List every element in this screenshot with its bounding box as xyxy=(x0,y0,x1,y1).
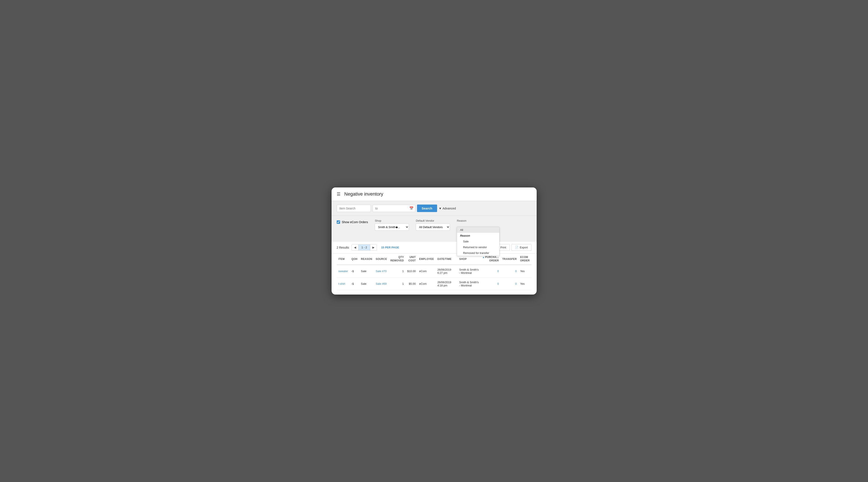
cell-unit-cost: $10.00 xyxy=(405,265,417,278)
col-qty-removed: QTYREMOVED xyxy=(389,253,406,265)
reason-option-returned[interactable]: Returned to vendor xyxy=(457,244,499,250)
cell-ecom-order: Yes xyxy=(519,265,531,278)
vendor-filter-group: Default Vendor All Default Vendors xyxy=(416,219,450,231)
inventory-table: ITEM QOH REASON SOURCE QTYREMOVED UNITCO… xyxy=(337,253,531,290)
prev-page-button[interactable]: ◀ xyxy=(352,244,359,250)
reason-label: Reason xyxy=(457,219,466,222)
pagination: ◀ 1 - 2 ▶ xyxy=(352,244,377,250)
results-count: 2 Results xyxy=(337,246,349,249)
cell-employee: eCom xyxy=(417,265,436,278)
reason-option-sale[interactable]: Sale xyxy=(457,239,499,244)
col-employee: EMPLOYEE xyxy=(417,253,436,265)
filters-bar: Show eCom Orders Shop Smith & Smith◆... … xyxy=(332,216,537,242)
advanced-label: Advanced xyxy=(442,207,456,210)
chevron-down-icon: ▼ xyxy=(439,207,442,210)
col-datetime: DATE/TIME xyxy=(436,253,457,265)
cell-shop: Smith & Smith's - Montreal xyxy=(458,265,481,278)
export-button[interactable]: 📄 Export xyxy=(512,244,531,251)
cell-datetime: 26/06/2019 6:27 pm xyxy=(436,265,457,278)
cell-qoh: -1 xyxy=(350,277,359,290)
cell-purchase-order: 0 xyxy=(481,277,500,290)
table-row: t-shirt -1 Sale Sale #69 1 $5.00 eCom 26… xyxy=(337,277,531,290)
search-button[interactable]: Search xyxy=(417,205,437,212)
item-search-input[interactable] xyxy=(337,205,371,212)
shop-label: Shop xyxy=(375,219,409,222)
date-wrapper: 📅 xyxy=(373,205,415,212)
col-qoh: QOH xyxy=(350,253,359,265)
cell-reason: Sale xyxy=(359,277,374,290)
cell-transfer: 0 xyxy=(500,265,519,278)
cell-reason: Sale xyxy=(359,265,374,278)
cell-shop: Smith & Smith's - Montreal xyxy=(458,277,481,290)
per-page-label: 15 PER PAGE xyxy=(381,246,399,249)
export-icon: 📄 xyxy=(515,246,519,249)
print-label: Print xyxy=(500,246,506,249)
shop-filter-group: Shop Smith & Smith◆... xyxy=(375,219,409,231)
cell-qoh: -1 xyxy=(350,265,359,278)
col-transfer: TRANSFER xyxy=(500,253,519,265)
reason-option-removed[interactable]: Removed for transfer xyxy=(457,250,499,256)
cell-datetime: 26/06/2019 4:18 pm xyxy=(436,277,457,290)
cell-employee: eCom xyxy=(417,277,436,290)
cell-item[interactable]: t-shirt xyxy=(337,277,350,290)
cell-transfer: 0 xyxy=(500,277,519,290)
reason-option-all[interactable]: All xyxy=(457,227,499,233)
main-window: ☰ Negative inventory 📅 Search ▼ Advanced… xyxy=(332,187,537,294)
show-ecom-checkbox[interactable] xyxy=(337,220,340,224)
col-reason: REASON xyxy=(359,253,374,265)
vendor-select[interactable]: All Default Vendors xyxy=(416,223,450,231)
search-toolbar: 📅 Search ▼ Advanced xyxy=(332,201,537,216)
cell-qty-removed: 1 xyxy=(389,277,406,290)
advanced-button[interactable]: ▼ Advanced xyxy=(439,207,456,210)
export-label: Export xyxy=(520,246,528,249)
shop-select[interactable]: Smith & Smith◆... xyxy=(375,223,409,231)
cell-purchase-order: 0 xyxy=(481,265,500,278)
page-title: Negative inventory xyxy=(344,191,383,197)
cell-source[interactable]: Sale #69 xyxy=(374,277,389,290)
table-section: ITEM QOH REASON SOURCE QTYREMOVED UNITCO… xyxy=(332,253,537,294)
col-item: ITEM xyxy=(337,253,350,265)
title-bar: ☰ Negative inventory xyxy=(332,187,537,201)
cell-source[interactable]: Sale #70 xyxy=(374,265,389,278)
sort-up-icon: ▲ xyxy=(483,256,485,259)
table-header-row: ITEM QOH REASON SOURCE QTYREMOVED UNITCO… xyxy=(337,253,531,265)
reason-dropdown: All Reason Sale Returned to vendor Remov… xyxy=(457,227,499,256)
col-source: SOURCE xyxy=(374,253,389,265)
date-input[interactable] xyxy=(373,205,415,212)
col-unit-cost: UNITCOST xyxy=(405,253,417,265)
table-row: sweater -1 Sale Sale #70 1 $10.00 eCom 2… xyxy=(337,265,531,278)
cell-item[interactable]: sweater xyxy=(337,265,350,278)
cell-qty-removed: 1 xyxy=(389,265,406,278)
next-page-button[interactable]: ▶ xyxy=(370,244,377,250)
results-bar: 2 Results ◀ 1 - 2 ▶ 15 PER PAGE 🖨 Print … xyxy=(332,242,537,253)
show-ecom-wrapper: Show eCom Orders xyxy=(337,220,368,224)
cell-unit-cost: $5.00 xyxy=(405,277,417,290)
col-ecom-order: ECOMORDER xyxy=(519,253,531,265)
reason-option-reason[interactable]: Reason xyxy=(457,233,499,239)
cell-ecom-order: Yes xyxy=(519,277,531,290)
show-ecom-label: Show eCom Orders xyxy=(342,220,368,224)
vendor-label: Default Vendor xyxy=(416,219,450,222)
reason-filter-group: Reason All Reason Sale Returned to vendo… xyxy=(457,219,466,222)
page-current: 1 - 2 xyxy=(359,244,370,250)
hamburger-icon[interactable]: ☰ xyxy=(337,191,341,197)
